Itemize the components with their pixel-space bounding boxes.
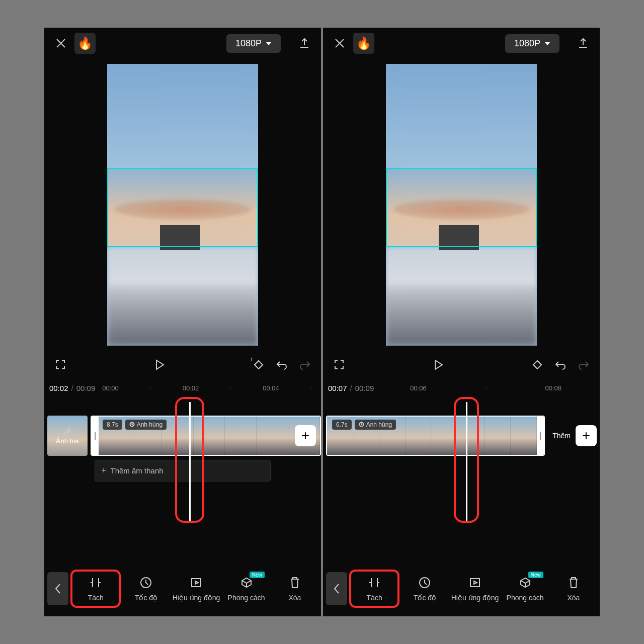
keyframe-icon[interactable] — [530, 358, 544, 372]
undo-icon[interactable] — [553, 358, 568, 372]
time-bar: 00:07 / 00:09 00:06 00:08 — [323, 379, 600, 397]
time-total: 00:09 — [355, 384, 374, 392]
video-clip[interactable]: | 6.7s Anh hùng — [326, 416, 545, 456]
add-clip-button[interactable]: + — [576, 425, 597, 446]
animation-icon — [189, 576, 203, 590]
tool-split[interactable]: Tách — [70, 570, 121, 608]
ruler: 00:00 00:02 00:04 — [98, 384, 316, 392]
back-button[interactable] — [47, 572, 68, 605]
ruler-tick: 00:08 — [545, 384, 561, 392]
tool-label: Tốc độ — [135, 594, 157, 602]
resolution-label: 1080P — [235, 38, 262, 49]
svg-rect-5 — [470, 579, 479, 587]
tool-label: Phong cách — [228, 594, 265, 602]
plus-icon: + — [101, 465, 107, 476]
audio-track: + Thêm âm thanh — [95, 460, 271, 481]
fullscreen-icon[interactable] — [53, 358, 67, 372]
svg-rect-2 — [192, 579, 201, 587]
resolution-selector[interactable]: 1080P — [226, 34, 281, 53]
time-current: 00:02 — [49, 384, 68, 392]
chevron-down-icon — [544, 42, 550, 45]
new-badge: New — [528, 572, 543, 578]
add-clip-button[interactable]: + — [295, 425, 316, 446]
tool-style[interactable]: New Phong cách — [223, 572, 269, 606]
time-total: 00:09 — [76, 384, 96, 392]
keyframe-icon[interactable]: + — [252, 358, 266, 372]
timeline[interactable]: | 6.7s Anh hùng Thêm + — [323, 397, 600, 528]
preview-area — [44, 59, 321, 351]
timeline[interactable]: Ảnh bìa | 8.7s Anh hùng — [44, 397, 321, 528]
redo-icon — [577, 358, 591, 372]
tool-delete[interactable]: Xóa — [550, 572, 597, 606]
player-controls: + — [44, 351, 321, 379]
flame-icon[interactable]: 🔥 — [74, 33, 96, 54]
fullscreen-icon[interactable] — [332, 358, 346, 372]
cover-label: Ảnh bìa — [56, 437, 78, 445]
split-icon — [89, 576, 103, 590]
tool-split[interactable]: Tách — [349, 570, 399, 608]
ruler-dot — [310, 384, 312, 392]
video-clip[interactable]: | 8.7s Anh hùng + — [91, 416, 321, 456]
cover-button[interactable]: Ảnh bìa — [47, 416, 88, 456]
animation-icon — [468, 576, 482, 590]
speed-icon — [139, 576, 153, 590]
tool-style[interactable]: New Phong cách — [502, 572, 548, 606]
add-audio-button[interactable]: + Thêm âm thanh — [95, 460, 271, 481]
ruler-tick: 00:06 — [410, 384, 427, 392]
ruler-dot — [485, 384, 487, 392]
preview-canvas[interactable] — [386, 64, 537, 346]
clip-handle-right[interactable]: | — [537, 417, 544, 455]
tool-label: Phong cách — [507, 594, 544, 602]
new-badge: New — [250, 572, 265, 578]
play-icon[interactable] — [152, 358, 167, 372]
ruler-dot — [149, 384, 151, 392]
bottom-toolbar: Tách Tốc độ Hiệu ứng động New Phong các — [323, 561, 600, 616]
clip-duration-pill: 6.7s — [332, 420, 352, 430]
ruler-tick: 00:00 — [102, 384, 119, 392]
flame-icon[interactable]: 🔥 — [353, 33, 374, 54]
resolution-selector[interactable]: 1080P — [505, 34, 559, 53]
bottom-toolbar: Tách Tốc độ Hiệu ứng động New Phong các — [44, 561, 321, 616]
delete-icon — [567, 576, 581, 590]
time-separator: / — [350, 384, 352, 392]
editor-screen-right: 🔥 1080P — [323, 28, 600, 616]
time-bar: 00:02 / 00:09 00:00 00:02 00:04 — [44, 379, 321, 397]
tool-speed[interactable]: Tốc độ — [401, 572, 448, 606]
clip-overlay: 6.7s Anh hùng — [332, 420, 396, 430]
clip-duration-pill: 8.7s — [103, 420, 122, 430]
play-icon[interactable] — [431, 358, 445, 372]
ruler-tick: 00:04 — [263, 384, 279, 392]
undo-icon[interactable] — [275, 358, 289, 372]
clip-tag-pill: Anh hùng — [355, 420, 396, 430]
add-audio-label: Thêm âm thanh — [111, 466, 164, 475]
export-icon[interactable] — [576, 36, 591, 51]
top-bar: 🔥 1080P — [323, 28, 600, 59]
clip-overlay: 8.7s Anh hùng — [103, 420, 167, 430]
tool-label: Tốc độ — [414, 594, 436, 602]
player-controls — [323, 351, 600, 379]
video-track: | 6.7s Anh hùng Thêm + — [323, 414, 600, 457]
tool-animation[interactable]: Hiệu ứng động — [172, 572, 221, 606]
tool-delete[interactable]: Xóa — [272, 572, 318, 606]
tool-label: Tách — [367, 594, 382, 602]
back-button[interactable] — [326, 572, 347, 605]
tool-speed[interactable]: Tốc độ — [123, 572, 169, 606]
tool-label: Xóa — [567, 594, 580, 602]
preview-area — [323, 59, 600, 351]
editor-screen-left: 🔥 1080P — [44, 28, 321, 616]
time-current: 00:07 — [328, 384, 347, 392]
export-icon[interactable] — [297, 36, 312, 51]
tool-animation[interactable]: Hiệu ứng động — [450, 572, 500, 606]
chevron-down-icon — [266, 42, 272, 45]
close-icon[interactable] — [53, 36, 68, 51]
add-cover-label: Thêm — [552, 432, 571, 440]
tool-label: Hiệu ứng động — [451, 594, 499, 602]
resolution-label: 1080P — [514, 38, 540, 49]
tool-label: Xóa — [288, 594, 301, 602]
speed-icon — [418, 576, 432, 590]
clip-tag-pill: Anh hùng — [125, 420, 167, 430]
time-separator: / — [71, 384, 73, 392]
clip-handle-left[interactable]: | — [92, 417, 99, 455]
preview-canvas[interactable] — [107, 64, 258, 346]
close-icon[interactable] — [332, 36, 347, 51]
